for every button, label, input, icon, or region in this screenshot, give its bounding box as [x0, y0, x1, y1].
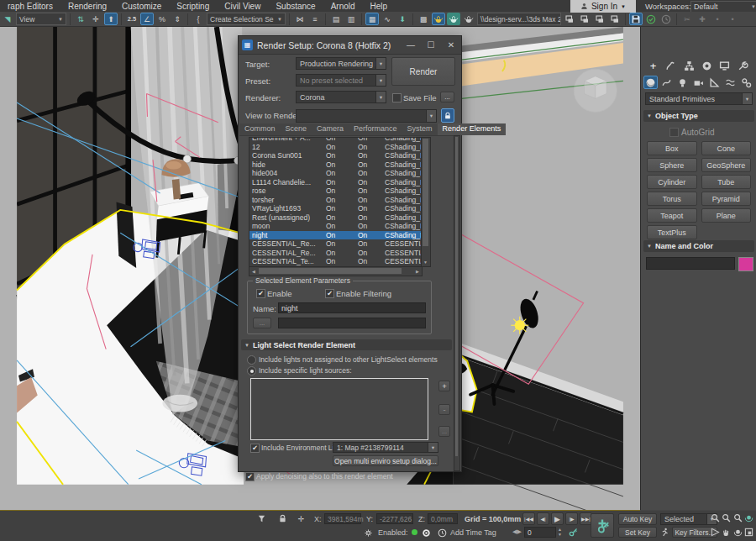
enable-checkbox[interactable]: ✔ — [256, 289, 265, 298]
dialog-scrollbar[interactable] — [454, 135, 460, 471]
lights-category-icon[interactable] — [675, 76, 690, 89]
primitive-category-dropdown[interactable]: Standard Primitives▼ — [645, 92, 753, 105]
x-coordinate-field[interactable]: 3981,594m — [324, 513, 361, 524]
rendered-frame-window-icon[interactable] — [447, 13, 460, 25]
select-object-icon[interactable]: ◥ — [1, 13, 14, 25]
key-selection-dropdown[interactable]: Selected▼ — [660, 513, 717, 525]
primitive-button[interactable]: Plane — [701, 208, 752, 223]
menu-item[interactable]: raph Editors — [0, 1, 60, 12]
key-mode-toggle-icon[interactable] — [568, 527, 579, 538]
menu-item[interactable]: Help — [363, 1, 396, 12]
curve-editor-icon[interactable]: ∿ — [381, 13, 394, 25]
shapes-category-icon[interactable] — [659, 76, 674, 89]
light-sources-listbox[interactable] — [250, 378, 428, 440]
menu-item[interactable]: Arnold — [323, 1, 363, 12]
selection-set-dropdown[interactable]: Create Selection Se▼ — [207, 13, 286, 25]
field-of-view-icon[interactable] — [710, 527, 721, 538]
select-and-move-icon[interactable]: ✛ — [89, 13, 102, 25]
element-row[interactable]: CESSENTIAL_Re... On On CESSENTIAL_... — [249, 249, 422, 258]
motion-paths-icon[interactable] — [659, 527, 670, 538]
dialog-titlebar[interactable]: ▦ Render Setup: Corona 8 (Hotfix 2) — ☐ … — [239, 36, 461, 55]
motion-tab-icon[interactable] — [700, 59, 714, 72]
frame-step-arrows[interactable]: ◀▶ — [512, 528, 522, 535]
object-name-input[interactable] — [646, 257, 735, 270]
primitive-button[interactable]: Box — [647, 141, 697, 155]
menu-item[interactable]: Substance — [268, 1, 323, 12]
object-color-swatch[interactable] — [738, 257, 753, 271]
orbit-icon[interactable] — [732, 527, 743, 538]
isolate-selection-icon[interactable] — [256, 513, 267, 524]
selection-lock-icon[interactable] — [277, 513, 288, 524]
include-environment-light-checkbox[interactable]: ✔ — [250, 444, 260, 453]
primitive-button[interactable]: Torus — [647, 192, 697, 206]
project-folder-dropdown[interactable]: \\design-serv...\3ds Max 2021▼ — [477, 13, 561, 25]
maximize-button[interactable]: ☐ — [421, 37, 441, 53]
lights-not-assigned-radio[interactable] — [247, 355, 256, 365]
menu-item[interactable]: Scripting — [169, 1, 217, 12]
element-row[interactable]: night On On CShading_Lig... — [249, 231, 422, 240]
element-row[interactable]: CESSENTIAL_Re... On On CESSENTIAL_... — [249, 239, 422, 249]
zoom-icon[interactable] — [721, 512, 732, 523]
menu-item[interactable]: Civil View — [217, 1, 268, 12]
modify-tab-icon[interactable] — [664, 59, 678, 72]
element-row[interactable]: Environment + A... On On CShading_Lig... — [249, 137, 422, 143]
primitive-button[interactable]: GeoSphere — [701, 158, 752, 172]
use-pivot-center-icon[interactable]: ⇅ — [74, 13, 87, 25]
lock-view-button[interactable] — [441, 108, 454, 123]
element-row[interactable]: moon On On CShading_Lig... — [249, 222, 422, 231]
autogrid-checkbox[interactable] — [669, 128, 679, 137]
element-row[interactable]: torsher On On CShading_Lig... — [249, 196, 422, 205]
schematic-view-icon[interactable]: ⬇ — [396, 13, 409, 25]
set-key-button[interactable]: Set Key — [618, 527, 657, 538]
named-selection-sets-icon[interactable]: { — [192, 13, 205, 25]
dialog-tab[interactable]: Performance — [349, 123, 402, 135]
geometry-category-icon[interactable] — [643, 76, 658, 89]
preset-dropdown[interactable]: No preset selected▼ — [296, 74, 386, 87]
element-browse-button[interactable]: ... — [253, 318, 271, 328]
maximize-viewport-icon[interactable] — [743, 527, 754, 538]
display-tab-icon[interactable] — [717, 59, 732, 72]
enable-filtering-checkbox[interactable]: ✔ — [325, 289, 334, 298]
element-row[interactable]: CESSENTIAL_Te... On On CESSENTIAL... — [249, 257, 422, 266]
validity-check-icon[interactable] — [644, 13, 658, 25]
render-button[interactable]: Render — [391, 57, 455, 86]
add-time-tag-label[interactable]: Add Time Tag — [450, 528, 496, 537]
dialog-tab[interactable]: Scene — [281, 123, 312, 135]
primitive-button[interactable]: Pyramid — [701, 192, 752, 206]
render-production-icon[interactable] — [462, 13, 475, 25]
view-to-render-dropdown[interactable]: ▼ — [296, 109, 437, 123]
primitive-button[interactable]: Cylinder — [647, 175, 697, 189]
sign-in-button[interactable]: Sign In ▼ — [570, 0, 636, 13]
bind-icon[interactable] — [608, 13, 622, 25]
layer-explorer-icon[interactable]: ▥ — [344, 13, 358, 25]
menu-item[interactable]: Customize — [114, 1, 169, 12]
primitive-button[interactable]: TextPlus — [647, 225, 697, 239]
import-icon[interactable] — [563, 13, 576, 25]
save-file-browse-button[interactable]: ... — [440, 92, 454, 102]
utilities-tab-icon[interactable] — [736, 59, 750, 72]
reference-coordinate-dropdown[interactable]: View▼ — [16, 13, 66, 25]
next-frame-button[interactable]: |▶ — [565, 512, 578, 525]
dialog-tab[interactable]: Camera — [312, 123, 349, 135]
pan-hand-icon[interactable] — [721, 527, 732, 538]
element-row[interactable]: rose On On CShading_Lig... — [249, 186, 422, 196]
autosave-icon[interactable] — [629, 13, 643, 25]
current-frame-field[interactable]: 0 — [524, 527, 556, 538]
angle-snap-icon[interactable]: ∠ — [140, 13, 154, 25]
renderer-dropdown[interactable]: Corona▼ — [296, 91, 386, 103]
primitive-button[interactable]: Sphere — [647, 158, 697, 172]
percent-snap-icon[interactable]: % — [155, 13, 169, 25]
list-horizontal-scrollbar[interactable]: ◀ ▶ — [249, 266, 423, 276]
primitive-button[interactable]: Teapot — [647, 208, 697, 223]
dialog-tab[interactable]: Common — [239, 123, 281, 135]
element-row[interactable]: L1114 Chandelie... On On CShading_Lig... — [249, 178, 422, 187]
reference-icon[interactable] — [578, 13, 591, 25]
scene-explorer-icon[interactable]: ▤ — [329, 13, 343, 25]
minimize-button[interactable]: — — [401, 37, 421, 53]
ribbon-toggle-icon[interactable]: ▦ — [365, 13, 379, 25]
element-path-input[interactable] — [278, 318, 426, 328]
close-button[interactable]: ✕ — [441, 37, 461, 53]
element-row[interactable]: hide On On CShading_Lig... — [249, 160, 422, 170]
environment-map-dropdown[interactable]: 1: Map #2138799114▼ — [333, 442, 438, 453]
menu-item[interactable]: Rendering — [60, 1, 114, 12]
